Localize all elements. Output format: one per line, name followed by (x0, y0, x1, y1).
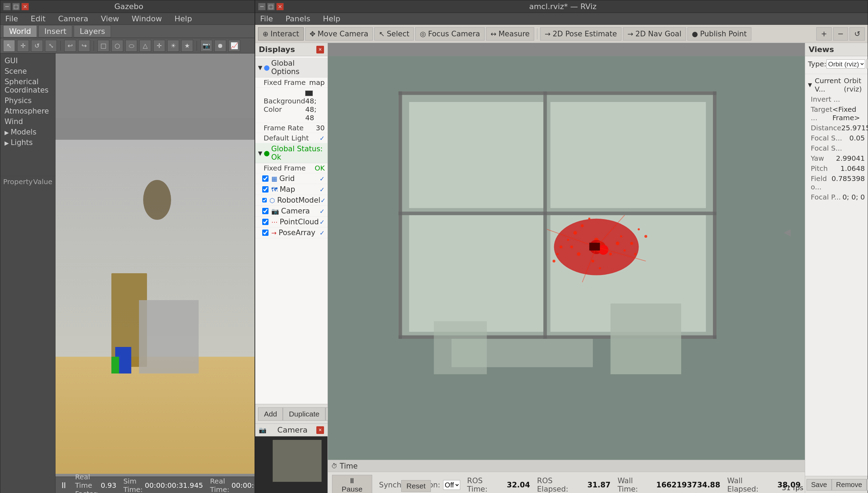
toolbar-rotate-btn[interactable]: ↺ (31, 40, 43, 52)
time-reset-btn[interactable]: Reset (401, 480, 431, 492)
display-posearray-checkbox[interactable] (262, 230, 269, 236)
rviz-move-camera-btn[interactable]: ✥ Move Camera (305, 27, 373, 41)
rviz-menu-file[interactable]: File (258, 14, 275, 24)
gazebo-tab-layers[interactable]: Layers (74, 25, 111, 37)
display-pointcloud-checkbox[interactable] (262, 219, 269, 225)
views-current-section[interactable]: ▼ Current V... Orbit (rviz) (805, 75, 868, 94)
gazebo-menu-camera[interactable]: Camera (56, 14, 90, 24)
rviz-2d-nav-btn[interactable]: → 2D Nav Goal (623, 27, 686, 41)
display-robotmodel-checkbox[interactable] (262, 197, 267, 203)
views-prop-yaw: Yaw 2.99041 (805, 153, 868, 164)
pause-icon[interactable]: ⏸ (60, 480, 68, 490)
sidebar-item-gui[interactable]: GUI (0, 56, 55, 66)
rviz-menu-help[interactable]: Help (321, 14, 343, 24)
camera-display-icon: 📷 (271, 208, 279, 215)
views-save-btn[interactable]: Save (807, 479, 832, 491)
display-grid-checkbox[interactable] (262, 175, 269, 182)
rviz-measure-btn[interactable]: ↔ Measure (486, 27, 534, 41)
fixed-frame-prop: Fixed Frame map (255, 78, 328, 88)
sidebar-item-lights[interactable]: Lights (0, 137, 55, 148)
rviz-plus-btn[interactable]: + (816, 27, 832, 41)
rviz-publish-point-btn[interactable]: ● Publish Point (687, 27, 751, 41)
views-zero-btn[interactable]: Zero (867, 59, 868, 69)
svg-point-35 (638, 228, 640, 230)
time-body: ⏸ Pause Synchronization: Off ROS Time: 3… (328, 472, 805, 493)
toolbar-add-btn[interactable]: ✛ (153, 40, 165, 52)
toolbar-redo-btn[interactable]: ↪ (78, 40, 90, 52)
rviz-menu-panels[interactable]: Panels (284, 14, 312, 24)
svg-point-29 (630, 242, 633, 245)
svg-rect-11 (398, 212, 716, 215)
camera-close-btn[interactable]: × (316, 426, 324, 434)
display-item-map[interactable]: 🗺 Map ✓ (255, 184, 328, 195)
display-camera-checkbox[interactable] (262, 208, 269, 214)
displays-close-btn[interactable]: × (316, 46, 324, 53)
gazebo-minimize-btn[interactable]: − (3, 3, 11, 10)
gazebo-menu-view[interactable]: View (99, 14, 121, 24)
toolbar-cone-btn[interactable]: △ (139, 40, 151, 52)
gazebo-viewport[interactable]: ⏸ Real Time Factor: 0.93 Sim Time: 00:00… (56, 53, 255, 493)
global-options-section[interactable]: ▼ ● Global Options (255, 58, 328, 78)
gazebo-close-btn[interactable]: × (21, 3, 29, 10)
rviz-toolbar: ⊕ Interact ✥ Move Camera ↖ Select ◎ Focu… (255, 25, 868, 43)
gazebo-menu-file[interactable]: File (3, 14, 20, 24)
rviz-interact-btn[interactable]: ⊕ Interact (258, 27, 304, 41)
rviz-minus-btn[interactable]: − (833, 27, 848, 41)
toolbar-translate-btn[interactable]: ✛ (17, 40, 29, 52)
views-rename-btn[interactable]: Rename (867, 479, 868, 491)
sync-select[interactable]: Off (443, 480, 460, 490)
gazebo-menu-window[interactable]: Window (130, 14, 164, 24)
sidebar-item-physics[interactable]: Physics (0, 95, 55, 106)
rviz-focus-camera-btn[interactable]: ◎ Focus Camera (415, 27, 485, 41)
toolbar-cylinder-btn[interactable]: ⬭ (125, 40, 137, 52)
gazebo-menu-edit[interactable]: Edit (29, 14, 48, 24)
gazebo-tab-insert[interactable]: Insert (38, 25, 72, 37)
svg-point-21 (609, 253, 612, 255)
toolbar-star-btn[interactable]: ★ (181, 40, 193, 52)
display-item-robotmodel[interactable]: ⬡ RobotModel ✓ (255, 195, 328, 206)
toolbar-light-btn[interactable]: ☀ (167, 40, 179, 52)
gazebo-tabs: World Insert Layers (0, 25, 255, 38)
toolbar-interact-btn[interactable]: ↖ (3, 40, 15, 52)
views-header: Views (805, 43, 868, 56)
gazebo-tab-world[interactable]: World (3, 25, 37, 37)
pause-control[interactable]: ⏸ (60, 480, 68, 490)
toolbar-record-btn[interactable]: ⏺ (214, 40, 226, 52)
toolbar-plot-btn[interactable]: 📈 (228, 40, 240, 52)
rviz-map[interactable] (328, 43, 805, 493)
toolbar-sphere-btn[interactable]: ○ (111, 40, 123, 52)
sidebar-item-wind[interactable]: Wind (0, 116, 55, 127)
gazebo-menu-help[interactable]: Help (172, 14, 194, 24)
display-item-grid[interactable]: ▦ Grid ✓ (255, 173, 328, 184)
toolbar-box-btn[interactable]: □ (97, 40, 109, 52)
sidebar-item-models[interactable]: Models (0, 127, 55, 137)
displays-duplicate-btn[interactable]: Duplicate (283, 407, 325, 421)
sidebar-item-spherical-coords[interactable]: Spherical Coordinates (0, 77, 55, 95)
bg-color-swatch[interactable] (305, 90, 313, 96)
sidebar-item-scene[interactable]: Scene (0, 66, 55, 77)
views-remove-btn[interactable]: Remove (832, 479, 867, 491)
rviz-maximize-btn[interactable]: □ (267, 3, 275, 10)
views-prop-invert: Invert ... (805, 94, 868, 104)
rviz-2d-pose-btn[interactable]: → 2D Pose Estimate (540, 27, 621, 41)
views-type-select[interactable]: Orbit (rviz) (826, 59, 865, 68)
gazebo-maximize-btn[interactable]: □ (12, 3, 20, 10)
interact-icon: ⊕ (263, 30, 269, 38)
toolbar-undo-btn[interactable]: ↩ (64, 40, 76, 52)
display-item-posearray[interactable]: → PoseArray ✓ (255, 227, 328, 238)
svg-rect-44 (589, 243, 600, 251)
display-map-checkbox[interactable] (262, 186, 269, 193)
rviz-select-btn[interactable]: ↖ Select (374, 27, 414, 41)
time-pause-btn[interactable]: ⏸ Pause (332, 475, 372, 493)
global-status-section[interactable]: ▼ ● Global Status: Ok (255, 143, 328, 163)
toolbar-scale-btn[interactable]: ⤡ (45, 40, 57, 52)
svg-rect-14 (451, 339, 593, 367)
rviz-reset-btn[interactable]: ↺ (849, 27, 865, 41)
rviz-close-btn[interactable]: × (276, 3, 284, 10)
toolbar-screenshot-btn[interactable]: 📷 (200, 40, 212, 52)
rviz-minimize-btn[interactable]: − (258, 3, 266, 10)
displays-add-btn[interactable]: Add (258, 407, 283, 421)
sidebar-item-atmosphere[interactable]: Atmosphere (0, 106, 55, 116)
display-item-camera[interactable]: 📷 Camera ✓ (255, 206, 328, 217)
display-item-pointcloud[interactable]: ⋯ PointCloud ✓ (255, 217, 328, 227)
